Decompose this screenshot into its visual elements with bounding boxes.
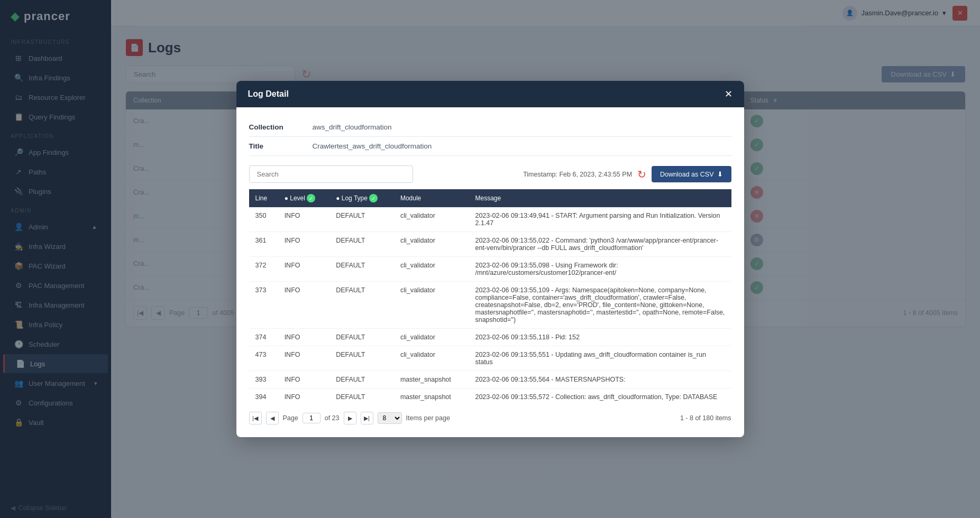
- modal-table-row[interactable]: 393 INFO DEFAULT master_snapshot 2023-02…: [249, 371, 731, 388]
- modal-cell-module: cli_validator: [394, 282, 469, 329]
- modal-cell-logtype: DEFAULT: [329, 232, 394, 257]
- modal-cell-module: master_snapshot: [394, 371, 469, 388]
- modal-col-logtype: ● Log Type ✓: [329, 189, 394, 207]
- modal-download-label: Download as CSV: [660, 171, 713, 178]
- modal-table-row[interactable]: 373 INFO DEFAULT cli_validator 2023-02-0…: [249, 282, 731, 329]
- modal-cell-message: 2023-02-06 09:13:55,109 - Args: Namespac…: [469, 282, 731, 329]
- modal-cell-module: cli_validator: [394, 329, 469, 346]
- modal-collection-row: Collection aws_drift_cloudformation: [249, 118, 731, 137]
- modal-cell-logtype: DEFAULT: [329, 329, 394, 346]
- modal-page-label: Page: [283, 414, 298, 422]
- modal-table-row[interactable]: 394 INFO DEFAULT master_snapshot 2023-02…: [249, 388, 731, 406]
- modal-cell-message: 2023-02-06 09:13:49,941 - START: Argumen…: [469, 207, 731, 232]
- modal-cell-logtype: DEFAULT: [329, 388, 394, 406]
- modal-items-info: 1 - 8 of 180 items: [680, 414, 731, 422]
- modal-col-line: Line: [249, 189, 278, 207]
- title-label: Title: [249, 142, 313, 150]
- modal-cell-level: INFO: [278, 207, 330, 232]
- modal-table-row[interactable]: 350 INFO DEFAULT cli_validator 2023-02-0…: [249, 207, 731, 232]
- log-detail-modal: Log Detail ✕ Collection aws_drift_cloudf…: [236, 81, 744, 437]
- modal-cell-message: 2023-02-06 09:13:55,098 - Using Framewor…: [469, 257, 731, 282]
- modal-cell-line: 374: [249, 329, 278, 346]
- modal-cell-logtype: DEFAULT: [329, 371, 394, 388]
- modal-cell-level: INFO: [278, 282, 330, 329]
- modal-table-row[interactable]: 374 INFO DEFAULT cli_validator 2023-02-0…: [249, 329, 731, 346]
- modal-cell-line: 350: [249, 207, 278, 232]
- modal-pagination-first-btn[interactable]: |◀: [249, 412, 262, 424]
- timestamp-label: Timestamp:: [523, 171, 557, 178]
- modal-cell-logtype: DEFAULT: [329, 207, 394, 232]
- modal-table-row[interactable]: 473 INFO DEFAULT cli_validator 2023-02-0…: [249, 346, 731, 371]
- modal-cell-level: INFO: [278, 371, 330, 388]
- modal-table-row[interactable]: 361 INFO DEFAULT cli_validator 2023-02-0…: [249, 232, 731, 257]
- modal-cell-line: 473: [249, 346, 278, 371]
- modal-cell-message: 2023-02-06 09:13:55,564 - MASTERSNAPSHOT…: [469, 371, 731, 388]
- modal-total-pages: of 23: [325, 414, 340, 422]
- modal-cell-message: 2023-02-06 09:13:55,551 - Updating aws_d…: [469, 346, 731, 371]
- modal-pagination-next-btn[interactable]: ▶: [344, 412, 356, 424]
- modal-title: Log Detail: [248, 89, 289, 99]
- modal-close-button[interactable]: ✕: [725, 89, 732, 99]
- modal-cell-message: 2023-02-06 09:13:55,022 - Command: 'pyth…: [469, 232, 731, 257]
- title-value: Crawlertest_aws_drift_cloudformation: [313, 142, 432, 150]
- modal-pagination-last-btn[interactable]: ▶|: [361, 412, 373, 424]
- modal-pagination-page-input[interactable]: [303, 413, 320, 423]
- modal-cell-line: 394: [249, 388, 278, 406]
- modal-cell-logtype: DEFAULT: [329, 346, 394, 371]
- modal-cell-line: 373: [249, 282, 278, 329]
- modal-cell-line: 361: [249, 232, 278, 257]
- modal-col-module: Module: [394, 189, 469, 207]
- modal-cell-module: cli_validator: [394, 257, 469, 282]
- modal-items-per-page-label: Items per page: [406, 414, 450, 422]
- modal-per-page-select[interactable]: 8 16 32: [378, 412, 402, 424]
- modal-cell-level: INFO: [278, 232, 330, 257]
- modal-cell-level: INFO: [278, 346, 330, 371]
- collection-label: Collection: [249, 123, 313, 131]
- modal-cell-level: INFO: [278, 329, 330, 346]
- modal-cell-level: INFO: [278, 388, 330, 406]
- modal-title-row: Title Crawlertest_aws_drift_cloudformati…: [249, 137, 731, 156]
- modal-cell-module: master_snapshot: [394, 388, 469, 406]
- modal-cell-logtype: DEFAULT: [329, 282, 394, 329]
- modal-cell-logtype: DEFAULT: [329, 257, 394, 282]
- modal-cell-module: cli_validator: [394, 207, 469, 232]
- modal-body: Collection aws_drift_cloudformation Titl…: [236, 107, 744, 437]
- modal-search-input[interactable]: [249, 165, 413, 183]
- modal-col-level: ● Level ✓: [278, 189, 330, 207]
- timestamp-value: Feb 6, 2023, 2:43:55 PM: [559, 171, 632, 178]
- modal-log-table: Line ● Level ✓ ● Log Type ✓ Module Messa…: [249, 189, 731, 405]
- modal-table-row[interactable]: 372 INFO DEFAULT cli_validator 2023-02-0…: [249, 257, 731, 282]
- modal-cell-module: cli_validator: [394, 346, 469, 371]
- modal-download-icon: ⬇: [717, 170, 723, 178]
- modal-overlay[interactable]: Log Detail ✕ Collection aws_drift_cloudf…: [0, 0, 980, 518]
- modal-cell-level: INFO: [278, 257, 330, 282]
- modal-refresh-button[interactable]: ↻: [637, 168, 646, 181]
- modal-table-toolbar: Timestamp: Feb 6, 2023, 2:43:55 PM ↻ Dow…: [249, 165, 731, 183]
- modal-cell-message: 2023-02-06 09:13:55,118 - Pid: 152: [469, 329, 731, 346]
- modal-pagination-bar: |◀ ◀ Page of 23 ▶ ▶| 8 16 32 Items per p…: [249, 405, 731, 427]
- modal-pagination-prev-btn[interactable]: ◀: [266, 412, 279, 424]
- modal-cell-module: cli_validator: [394, 232, 469, 257]
- modal-header: Log Detail ✕: [236, 81, 744, 107]
- modal-col-message: Message: [469, 189, 731, 207]
- modal-download-csv-button[interactable]: Download as CSV ⬇: [652, 166, 731, 182]
- collection-value: aws_drift_cloudformation: [313, 123, 392, 131]
- modal-cell-message: 2023-02-06 09:13:55,572 - Collection: aw…: [469, 388, 731, 406]
- modal-cell-line: 393: [249, 371, 278, 388]
- modal-cell-line: 372: [249, 257, 278, 282]
- modal-timestamp: Timestamp: Feb 6, 2023, 2:43:55 PM: [523, 171, 632, 178]
